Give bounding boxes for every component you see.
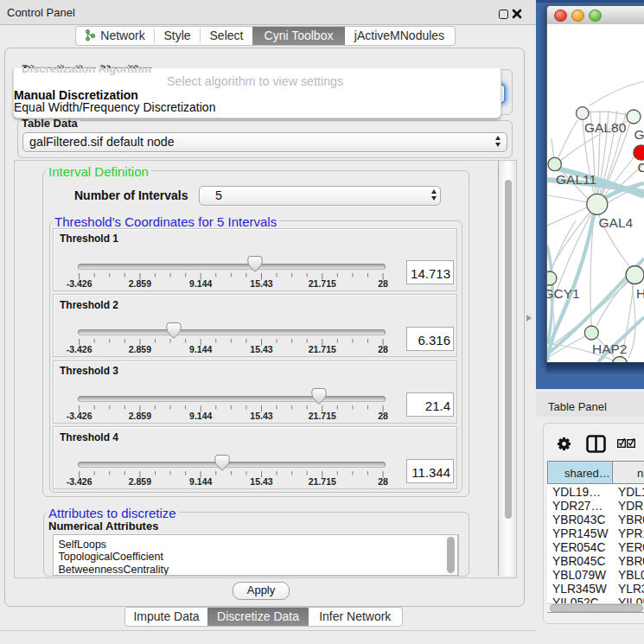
svg-text:HAP2: HAP2 [592,341,628,356]
svg-text:GAL11: GAL11 [556,172,596,187]
svg-text:GCY1: GCY1 [547,286,580,301]
svg-text:GAL4: GAL4 [599,215,634,230]
svg-text:GA: GA [634,127,644,142]
svg-text:GAL80: GAL80 [584,120,627,135]
svg-text:C: C [638,160,644,175]
svg-text:HL: HL [636,286,644,301]
